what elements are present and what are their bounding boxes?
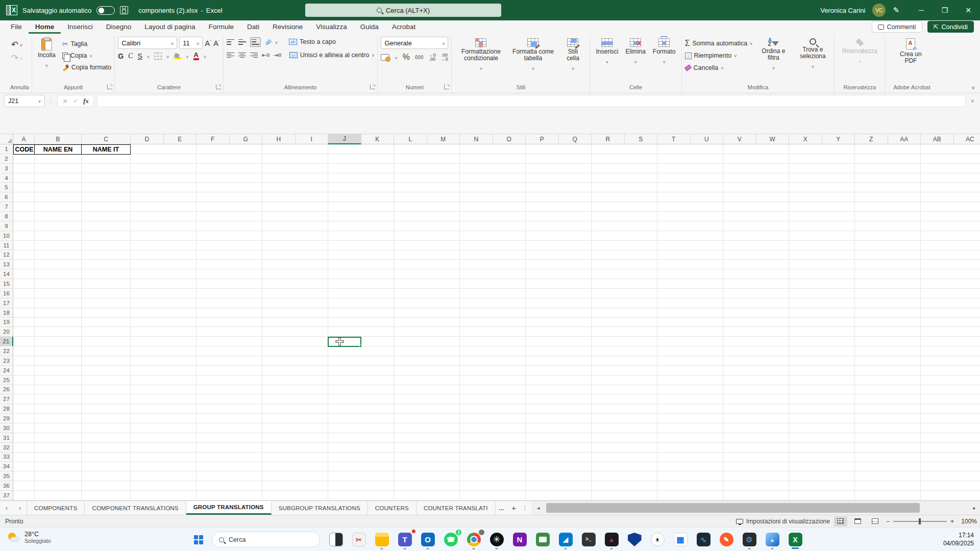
create-pdf-button[interactable]: Crea un PDF: [897, 37, 924, 66]
autosum-button[interactable]: ΣSomma automatica: [685, 38, 753, 48]
align-middle-button[interactable]: [238, 39, 246, 45]
save-icon[interactable]: [120, 6, 128, 14]
column-header-Q[interactable]: Q: [559, 134, 592, 144]
column-header-AC[interactable]: AC: [954, 134, 980, 144]
percent-style-icon[interactable]: %: [403, 53, 410, 62]
file-explorer-icon[interactable]: [373, 531, 391, 549]
merge-dropdown-icon[interactable]: [372, 52, 374, 59]
zoom-in-icon[interactable]: +: [950, 518, 954, 525]
normal-view-button[interactable]: [834, 516, 847, 527]
avatar[interactable]: VC: [872, 4, 886, 17]
sheet-tab-components[interactable]: COMPONENTS: [27, 501, 85, 515]
menu-tab-formule[interactable]: Formule: [202, 21, 240, 34]
borders-icon[interactable]: [154, 53, 162, 60]
font-size-select[interactable]: 11: [179, 37, 203, 49]
settings-app-icon[interactable]: ⚙: [740, 531, 758, 549]
font-dialog-launcher-icon[interactable]: [216, 84, 221, 89]
terminal-icon[interactable]: >_: [579, 531, 598, 549]
row-header-2[interactable]: 2: [0, 154, 13, 164]
format-painter-button[interactable]: Copia formato: [62, 62, 112, 72]
data-app-icon[interactable]: ▦: [671, 531, 690, 549]
cell-A1[interactable]: CODE: [13, 144, 35, 155]
sheet-nav-right-icon[interactable]: ›: [13, 501, 27, 515]
column-header-H[interactable]: H: [262, 134, 296, 144]
font-family-select[interactable]: Calibri: [118, 37, 177, 49]
insert-cells-button[interactable]: ← Inserisci: [593, 37, 621, 67]
select-all-corner[interactable]: [0, 134, 13, 144]
row-header-25[interactable]: 25: [0, 375, 13, 385]
number-dialog-launcher-icon[interactable]: [444, 84, 449, 89]
copy-button[interactable]: Copia: [62, 51, 92, 61]
column-header-F[interactable]: F: [197, 134, 230, 144]
zoom-slider-thumb[interactable]: [919, 518, 921, 524]
column-header-W[interactable]: W: [756, 134, 790, 144]
delete-cells-button[interactable]: ✕ Elimina: [623, 37, 648, 67]
graphics-app-icon[interactable]: ▲: [602, 531, 621, 549]
increase-decimal-icon[interactable]: ←0.00: [429, 53, 436, 61]
row-header-12[interactable]: 12: [0, 250, 13, 260]
menu-tab-inserisci[interactable]: Inserisci: [61, 21, 100, 34]
row-header-31[interactable]: 31: [0, 433, 13, 443]
orientation-icon[interactable]: ab: [263, 38, 272, 46]
column-header-T[interactable]: T: [657, 134, 691, 144]
zoom-level[interactable]: 100%: [958, 518, 977, 525]
menu-tab-layout-di-pagina[interactable]: Layout di pagina: [138, 21, 202, 34]
fill-color-dropdown-icon[interactable]: [186, 52, 188, 61]
fill-handle[interactable]: [359, 345, 362, 347]
column-header-C[interactable]: C: [82, 134, 131, 144]
align-center-button[interactable]: [238, 52, 246, 59]
zoom-out-icon[interactable]: −: [886, 518, 890, 525]
conditional-formatting-button[interactable]: Formattazione condizionale: [455, 37, 507, 74]
expand-formula-bar-icon[interactable]: ˅: [969, 98, 976, 104]
bold-button[interactable]: G: [118, 52, 124, 60]
notes-app-icon[interactable]: [327, 531, 345, 549]
borders-dropdown-icon[interactable]: [166, 52, 169, 61]
column-header-V[interactable]: V: [723, 134, 756, 144]
weather-widget[interactable]: 28°C Soleggiato: [7, 531, 51, 544]
decrease-indent-icon[interactable]: ⇤≡: [262, 52, 270, 59]
whatsapp-icon[interactable]: ☎2: [442, 531, 460, 549]
paste-button[interactable]: Incolla: [35, 37, 58, 71]
underline-button[interactable]: S: [137, 52, 142, 60]
panda-app-icon[interactable]: ᴥ: [648, 531, 667, 549]
confirm-formula-icon[interactable]: ✓: [73, 97, 78, 105]
column-header-U[interactable]: U: [691, 134, 724, 144]
column-header-E[interactable]: E: [164, 134, 197, 144]
column-header-P[interactable]: P: [526, 134, 559, 144]
new-sheet-button[interactable]: +: [507, 501, 520, 515]
outlook-icon[interactable]: O: [419, 531, 437, 549]
align-top-button[interactable]: [227, 39, 234, 45]
cell-styles-button[interactable]: Stili cella: [559, 37, 586, 74]
column-header-B[interactable]: B: [35, 134, 82, 144]
display-settings-button[interactable]: Impostazioni di visualizzazione: [736, 518, 830, 525]
row-header-16[interactable]: 16: [0, 289, 13, 298]
onenote-icon[interactable]: N: [510, 531, 529, 549]
row-header-36[interactable]: 36: [0, 481, 13, 491]
align-bottom-button[interactable]: [250, 37, 261, 47]
row-header-24[interactable]: 24: [0, 366, 13, 375]
taskbar-search[interactable]: Cerca: [212, 532, 320, 547]
clear-button[interactable]: Cancella: [685, 63, 724, 73]
formula-bar-handle[interactable]: ⋮: [48, 98, 54, 105]
sheet-tab-counters[interactable]: COUNTERS: [368, 501, 416, 515]
sheet-tab-group-translations[interactable]: GROUP TRANSLATIONS: [186, 501, 272, 515]
cell-grid[interactable]: CODENAME ENNAME IT: [13, 144, 980, 500]
format-cells-button[interactable]: Formato: [650, 37, 678, 67]
page-layout-view-button[interactable]: [851, 516, 865, 527]
number-format-select[interactable]: Generale: [381, 37, 448, 49]
comma-style-icon[interactable]: 000: [415, 55, 424, 60]
paste-dropdown-icon[interactable]: [45, 60, 48, 69]
cell-C1[interactable]: NAME IT: [81, 144, 131, 155]
sheet-tab-component-translations[interactable]: COMPONENT TRANSLATIONS: [85, 501, 186, 515]
row-header-6[interactable]: 6: [0, 192, 13, 202]
font-color-icon[interactable]: A: [193, 52, 199, 60]
row-header-33[interactable]: 33: [0, 453, 13, 462]
column-header-O[interactable]: O: [493, 134, 526, 144]
menu-tab-file[interactable]: File: [4, 21, 29, 34]
row-header-30[interactable]: 30: [0, 423, 13, 433]
row-header-19[interactable]: 19: [0, 317, 13, 327]
row-header-3[interactable]: 3: [0, 164, 13, 173]
row-header-7[interactable]: 7: [0, 202, 13, 212]
column-header-Y[interactable]: Y: [822, 134, 855, 144]
row-header-26[interactable]: 26: [0, 385, 13, 394]
